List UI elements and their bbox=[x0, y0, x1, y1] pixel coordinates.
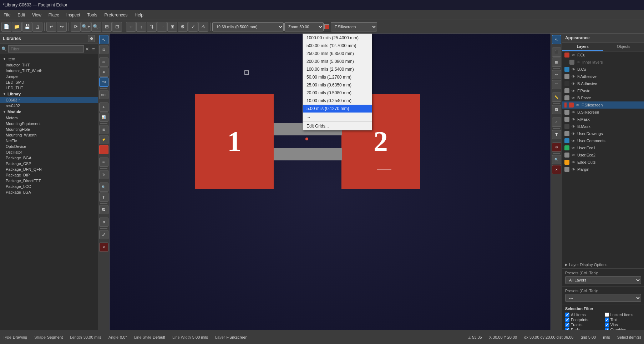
grid-option-5[interactable]: 50.00 mils (1.2700 mm) bbox=[303, 73, 372, 81]
magnify-btn[interactable]: 🔍 bbox=[99, 183, 108, 192]
settings2-btn[interactable]: ⚙ bbox=[99, 218, 108, 227]
filter-footprints-cb[interactable] bbox=[565, 318, 569, 322]
print-btn[interactable]: 🖨 bbox=[32, 22, 42, 32]
new-file-btn[interactable]: 📄 bbox=[1, 22, 11, 32]
menu-file[interactable]: File bbox=[0, 11, 14, 19]
lib-section-module[interactable]: ▼ Module bbox=[0, 109, 98, 115]
select-tool-btn[interactable]: ↖ bbox=[99, 35, 108, 44]
layer-eye-fmask[interactable]: 👁 bbox=[571, 117, 576, 122]
flip-diag-btn[interactable]: ⇅ bbox=[147, 22, 157, 32]
lib-item-package-lcc[interactable]: Package_LCC bbox=[0, 184, 98, 189]
zoom-selector[interactable]: Zoom 50.00 bbox=[284, 22, 324, 31]
layer-eye-bcu[interactable]: 👁 bbox=[571, 67, 576, 72]
zoom-in-btn[interactable]: 🔍+ bbox=[81, 22, 91, 32]
layer-user-eco1[interactable]: 👁 User.Eco1 bbox=[562, 144, 644, 151]
menu-place[interactable]: Place bbox=[45, 11, 63, 19]
lib-settings-btn[interactable]: ⚙ bbox=[88, 35, 95, 42]
rfill-btn[interactable]: ⬛ bbox=[552, 48, 561, 57]
layer-b-cu[interactable]: 👁 B.Cu bbox=[562, 66, 644, 73]
grid-selector[interactable]: 19.69 mils (0.5000 mm) bbox=[212, 22, 284, 31]
pen-btn[interactable]: ✏ bbox=[99, 158, 108, 167]
rpen-btn[interactable]: ✏ bbox=[552, 70, 561, 79]
layer-eye-bpaste[interactable]: 👁 bbox=[571, 95, 576, 100]
grid-option-1[interactable]: 500.00 mils (12.7000 mm) bbox=[303, 42, 372, 50]
filter-text-cb[interactable] bbox=[605, 318, 609, 322]
rimage-btn[interactable]: 🖼 bbox=[552, 105, 561, 114]
layer-eye-margin[interactable]: 👁 bbox=[571, 167, 576, 172]
lib-item-led-smd[interactable]: LED_SMD bbox=[0, 79, 98, 85]
lib-section-library[interactable]: ▼ Library bbox=[0, 91, 98, 97]
rgear-btn[interactable]: ⚙ bbox=[552, 143, 561, 152]
redo-btn[interactable]: ↪ bbox=[57, 22, 67, 32]
grid-option-3[interactable]: 200.00 mils (5.0800 mm) bbox=[303, 58, 372, 65]
grid-option-2[interactable]: 250.00 mils (6.3500 mm) bbox=[303, 50, 372, 58]
origin-btn[interactable]: ⊕ bbox=[99, 68, 108, 77]
rselect-btn[interactable]: ↖ bbox=[552, 35, 561, 44]
rarc-btn[interactable]: ⌒ bbox=[552, 80, 561, 89]
undo-btn[interactable]: ↩ bbox=[46, 22, 56, 32]
tab-layers[interactable]: Layers bbox=[562, 43, 603, 51]
layer-edge-cuts[interactable]: 👁 Edge.Cuts bbox=[562, 159, 644, 166]
layer-eye-fadh[interactable]: 👁 bbox=[571, 74, 576, 79]
menu-help[interactable]: Help bbox=[131, 11, 147, 19]
lib-search-clear[interactable]: ✕ bbox=[84, 46, 91, 53]
mm-unit-btn[interactable]: mm bbox=[99, 90, 108, 99]
layer-b-adhesive[interactable]: 👁 B.Adhesive bbox=[562, 80, 644, 87]
layer-display-options[interactable]: ▶ Layer Display Options bbox=[562, 261, 644, 268]
pencil2-btn[interactable]: 🖊 bbox=[99, 230, 108, 239]
zoom-out-btn[interactable]: 🔍- bbox=[91, 22, 101, 32]
lib-item-led-tht[interactable]: LED_THT bbox=[0, 85, 98, 91]
image-btn[interactable]: 🖼 bbox=[99, 205, 108, 214]
graph-btn[interactable]: 📊 bbox=[99, 113, 108, 122]
lib-item-optodevice[interactable]: OptoDevice bbox=[0, 144, 98, 149]
rmeasure-btn[interactable]: 📏 bbox=[552, 93, 561, 102]
drc-btn[interactable]: ✓ bbox=[188, 22, 198, 32]
rzoom-btn[interactable]: 🔍 bbox=[552, 155, 561, 164]
lib-search-input[interactable] bbox=[8, 45, 84, 53]
layer-b-paste[interactable]: 👁 B.Paste bbox=[562, 94, 644, 101]
lib-item-package-directfet[interactable]: Package_DirectFET bbox=[0, 178, 98, 184]
lib-item-mounting-wuerth[interactable]: Mounting_Wuerth bbox=[0, 132, 98, 138]
layer-inner[interactable]: 👁 Inner layers bbox=[562, 59, 644, 66]
pad-place-btn[interactable]: ⊞ bbox=[99, 125, 108, 134]
pad-btn[interactable]: ⊞ bbox=[167, 22, 177, 32]
lib-item-oscillator[interactable]: Oscillator bbox=[0, 149, 98, 155]
filter-locked-items-cb[interactable] bbox=[605, 313, 609, 317]
layer-selector[interactable]: F.Silkscreen bbox=[331, 22, 377, 31]
lib-item-package-csp[interactable]: Package_CSP bbox=[0, 161, 98, 166]
menu-preferences[interactable]: Preferences bbox=[101, 11, 131, 19]
layer-eye-udraw[interactable]: 👁 bbox=[571, 131, 576, 136]
filter-all-items-cb[interactable] bbox=[565, 313, 569, 317]
layer-f-mask[interactable]: 👁 F.Mask bbox=[562, 116, 644, 123]
delete-btn[interactable]: ✕ bbox=[99, 243, 108, 252]
presets-select-1[interactable]: All Layers bbox=[565, 276, 641, 284]
layer-eye-eco1[interactable]: 👁 bbox=[571, 145, 576, 150]
layer-f-adhesive[interactable]: 👁 F.Adhesive bbox=[562, 73, 644, 80]
lib-item-package-lga[interactable]: Package_LGA bbox=[0, 189, 98, 195]
menu-inspect[interactable]: Inspect bbox=[63, 11, 84, 19]
layer-eye-fcu[interactable]: 👁 bbox=[571, 53, 576, 58]
lib-item-res0402[interactable]: res0402 bbox=[0, 103, 98, 109]
layer-eye-eco2[interactable]: 👁 bbox=[571, 153, 576, 158]
layer-eye-bmask[interactable]: 👁 bbox=[571, 124, 576, 129]
layer-f-silkscreen[interactable]: 👁 F.Silkscreen bbox=[562, 101, 644, 109]
lib-item-jumper[interactable]: Jumper bbox=[0, 74, 98, 79]
layer-eye-ucomm[interactable]: 👁 bbox=[571, 138, 576, 143]
layer-b-mask[interactable]: 👁 B.Mask bbox=[562, 123, 644, 130]
grid-option-4[interactable]: 100.00 mils (2.5400 mm) bbox=[303, 65, 372, 73]
flip-h-btn[interactable]: ↔ bbox=[126, 22, 136, 32]
lib-item-motors[interactable]: Motors bbox=[0, 115, 98, 121]
layer-user-drawings[interactable]: 👁 User.Drawings bbox=[562, 130, 644, 137]
menu-tools[interactable]: Tools bbox=[84, 11, 101, 19]
grid-option-7[interactable]: 20.00 mils (0.5080 mm) bbox=[303, 89, 372, 97]
layer-margin[interactable]: 👁 Margin bbox=[562, 166, 644, 173]
menu-edit[interactable]: Edit bbox=[14, 11, 29, 19]
layer-f-cu[interactable]: 👁 F.Cu bbox=[562, 51, 644, 59]
in-unit-btn[interactable]: in bbox=[99, 58, 108, 67]
filter-tracks-cb[interactable] bbox=[565, 323, 569, 327]
lib-item-mounting-equipment[interactable]: MountingEquipment bbox=[0, 121, 98, 126]
menu-view[interactable]: View bbox=[29, 11, 45, 19]
lib-item-package-dip[interactable]: Package_DIP bbox=[0, 172, 98, 178]
layer-user-comments[interactable]: 👁 User.Comments bbox=[562, 137, 644, 144]
lib-item-mounting-hole[interactable]: MountingHole bbox=[0, 126, 98, 132]
